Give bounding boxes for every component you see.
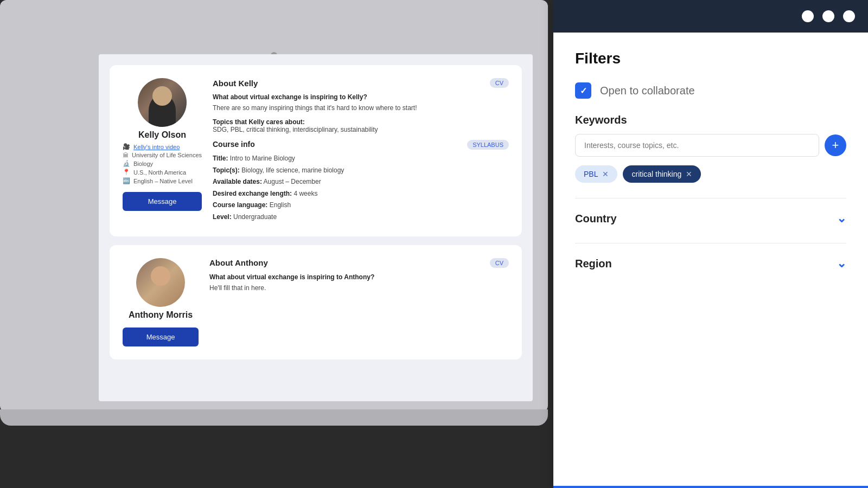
keyword-tag-pbl[interactable]: PBL ✕	[575, 165, 617, 183]
course-topics-label: Topic(s):	[213, 166, 240, 174]
kelly-message-button[interactable]: Message	[123, 192, 202, 211]
kelly-course-info-title: Course info	[213, 140, 255, 149]
kelly-subject: Biology	[133, 160, 153, 167]
kelly-video-row: 🎥 Kelly's intro video	[123, 143, 202, 150]
anthony-profile-right: About Anthony CV What about virtual exch…	[209, 258, 509, 298]
level-label: Level:	[213, 213, 232, 221]
keywords-divider	[575, 198, 846, 198]
kelly-course-title: Title: Intro to Marine Biology	[213, 153, 509, 165]
open-collaborate-row: Open to collaborate	[575, 82, 846, 99]
kelly-location-row: 📍 U.S., North America	[123, 169, 202, 176]
anthony-about-answer: He'll fill that in here.	[209, 283, 509, 293]
tag-pbl-label: PBL	[584, 170, 598, 178]
open-collaborate-label: Open to collaborate	[600, 85, 695, 97]
anthony-name: Anthony Morris	[129, 310, 193, 320]
kelly-intro-video-link[interactable]: Kelly's intro video	[133, 144, 180, 150]
kelly-subject-row: 🔬 Biology	[123, 160, 202, 167]
topbar-circle-3	[843, 10, 855, 22]
keywords-input[interactable]	[575, 134, 819, 157]
anthony-about-question: What about virtual exchange is inspiring…	[209, 273, 509, 281]
country-section: Country ⌄	[575, 209, 846, 228]
laptop-wrapper: Kelly Olson 🎥 Kelly's intro video 🏛 Univ…	[0, 0, 548, 488]
course-topics-value: Biology, life science, marine biology	[241, 166, 344, 174]
kelly-name: Kelly Olson	[138, 130, 186, 140]
location-icon: 📍	[123, 169, 130, 176]
language-icon: 🔤	[123, 177, 130, 184]
kelly-profile-card: Kelly Olson 🎥 Kelly's intro video 🏛 Univ…	[110, 65, 522, 236]
filter-panel: Filters Open to collaborate Keywords + P…	[553, 0, 868, 488]
anthony-cv-badge[interactable]: CV	[490, 258, 509, 268]
kelly-syllabus-badge[interactable]: SYLLABUS	[467, 140, 509, 150]
kelly-avatar	[138, 78, 187, 127]
kelly-profile-right: About Kelly CV What about virtual exchan…	[213, 78, 509, 223]
kelly-meta: 🎥 Kelly's intro video 🏛 University of Li…	[123, 143, 202, 184]
topbar-circle-2	[822, 10, 834, 22]
kelly-profile-left: Kelly Olson 🎥 Kelly's intro video 🏛 Univ…	[123, 78, 202, 211]
add-keyword-button[interactable]: +	[825, 134, 846, 156]
kelly-course-details: Title: Intro to Marine Biology Topic(s):…	[213, 153, 509, 223]
exchange-length-value: 4 weeks	[293, 190, 317, 197]
tag-critical-thinking-label: critical thinking	[631, 170, 681, 178]
course-language-label: Course language:	[213, 201, 267, 209]
topbar-circle-1	[802, 10, 814, 22]
keywords-input-row: +	[575, 134, 846, 157]
anthony-about-header: About Anthony CV	[209, 258, 509, 268]
laptop-base	[0, 409, 548, 426]
anthony-about-title: About Anthony	[209, 258, 268, 267]
filter-title: Filters	[575, 50, 846, 67]
anthony-avatar	[136, 258, 185, 307]
level-value: Undergraduate	[233, 213, 277, 221]
kelly-language-row: 🔤 English – Native Level	[123, 177, 202, 184]
kelly-topics-label: Topics that Kelly cares about:	[213, 118, 509, 126]
bottom-blue-line	[553, 486, 868, 488]
anthony-profile-left: Anthony Morris Message	[123, 258, 199, 346]
screen-content: Kelly Olson 🎥 Kelly's intro video 🏛 Univ…	[99, 54, 533, 401]
kelly-exchange-length: Desired exchange length: 4 weeks	[213, 188, 509, 200]
region-section: Region ⌄	[575, 254, 846, 273]
country-filter-row[interactable]: Country ⌄	[575, 209, 846, 228]
kelly-about-title: About Kelly	[213, 79, 258, 88]
region-chevron-icon: ⌄	[837, 256, 846, 271]
country-chevron-icon: ⌄	[837, 211, 846, 226]
kelly-course-row: Course info SYLLABUS	[213, 140, 509, 153]
laptop-screen: Kelly Olson 🎥 Kelly's intro video 🏛 Univ…	[99, 54, 533, 401]
keyword-tags: PBL ✕ critical thinking ✕	[575, 165, 846, 183]
kelly-level: Level: Undergraduate	[213, 211, 509, 223]
kelly-available-dates: Available dates: August – December	[213, 176, 509, 188]
kelly-about-question: What about virtual exchange is inspiring…	[213, 93, 509, 101]
country-title: Country	[575, 213, 617, 225]
tag-critical-thinking-remove[interactable]: ✕	[686, 170, 692, 178]
kelly-location: U.S., North America	[133, 169, 186, 176]
course-title-label: Title:	[213, 155, 228, 162]
keywords-section: Keywords + PBL ✕ critical thinking ✕	[575, 114, 846, 183]
kelly-course-topics: Topic(s): Biology, life science, marine …	[213, 165, 509, 177]
tag-pbl-remove[interactable]: ✕	[602, 170, 609, 178]
kelly-language: English – Native Level	[133, 178, 193, 184]
kelly-cv-badge[interactable]: CV	[490, 78, 509, 88]
course-title-value: Intro to Marine Biology	[230, 155, 295, 162]
filter-topbar	[553, 0, 868, 33]
available-dates-value: August – December	[264, 178, 321, 185]
kelly-about-header: About Kelly CV	[213, 78, 509, 88]
kelly-about-answer: There are so many inspiring things that …	[213, 103, 509, 113]
region-title: Region	[575, 258, 612, 270]
filter-body: Filters Open to collaborate Keywords + P…	[553, 33, 868, 305]
kelly-course-language: Course language: English	[213, 200, 509, 211]
institution-icon: 🏛	[123, 152, 129, 158]
kelly-topics-value: SDG, PBL, critical thinking, interdiscip…	[213, 126, 509, 133]
keywords-title: Keywords	[575, 114, 846, 126]
subject-icon: 🔬	[123, 160, 130, 167]
kelly-institution: University of Life Sciences	[132, 152, 202, 158]
keyword-tag-critical-thinking[interactable]: critical thinking ✕	[623, 165, 701, 183]
available-dates-label: Available dates:	[213, 178, 262, 185]
kelly-institution-row: 🏛 University of Life Sciences	[123, 152, 202, 158]
exchange-length-label: Desired exchange length:	[213, 190, 292, 197]
country-divider	[575, 243, 846, 243]
video-icon: 🎥	[123, 143, 130, 150]
region-filter-row[interactable]: Region ⌄	[575, 254, 846, 273]
anthony-message-button[interactable]: Message	[123, 328, 199, 346]
anthony-profile-card: Anthony Morris Message About Anthony CV …	[110, 245, 522, 359]
course-language-value: English	[270, 201, 291, 209]
open-collaborate-checkbox[interactable]	[575, 82, 591, 99]
